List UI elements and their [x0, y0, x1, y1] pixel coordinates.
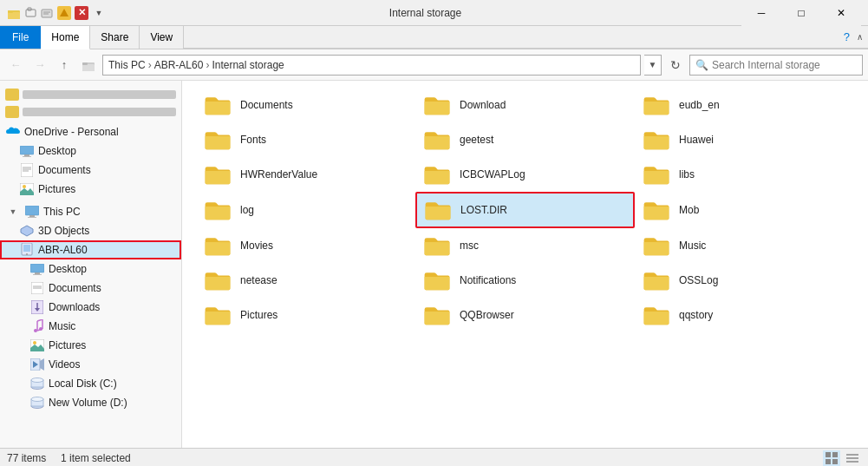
title-x-icon[interactable]: ✕	[75, 6, 88, 20]
view-large-icons-button[interactable]	[823, 450, 840, 466]
svg-rect-28	[30, 264, 44, 272]
pc-pictures-icon	[29, 338, 45, 352]
folder-item[interactable]: msc	[415, 228, 635, 263]
folder-name: Fonts	[240, 134, 266, 146]
thispc-icon	[24, 205, 40, 219]
sidebar-item-pc-videos[interactable]: Videos	[0, 355, 181, 374]
refresh-button[interactable]: ↻	[665, 55, 686, 75]
sidebar-item-od-desktop[interactable]: Desktop	[0, 141, 181, 161]
ribbon-collapse-icon[interactable]: ∧	[857, 32, 863, 42]
svg-rect-56	[826, 459, 831, 464]
folder-item[interactable]: eudb_en	[635, 88, 854, 122]
onedrive-label: OneDrive - Personal	[24, 126, 119, 138]
svg-rect-14	[23, 156, 31, 157]
folder-name: msc	[460, 240, 479, 252]
search-box[interactable]: 🔍	[689, 55, 863, 75]
folder-item[interactable]: QQBrowser	[415, 298, 635, 332]
disk-d-icon	[29, 396, 45, 410]
sidebar-item-od-documents[interactable]: Documents	[0, 161, 181, 180]
desktop-icon	[19, 144, 35, 158]
up-button[interactable]: ↑	[54, 55, 75, 75]
title-pin-icon[interactable]	[57, 6, 71, 20]
sidebar-item-abr-al60[interactable]: ABR-AL60	[0, 240, 181, 259]
folder-icon	[423, 303, 454, 327]
folder-icon	[643, 93, 674, 117]
folder-item[interactable]: Mob	[635, 192, 854, 228]
folder-item[interactable]: Download	[415, 88, 635, 122]
close-button[interactable]: ✕	[821, 0, 861, 26]
folder-name: libs	[679, 168, 695, 180]
folder-item[interactable]: netease	[196, 263, 415, 298]
maximize-button[interactable]: □	[781, 0, 821, 26]
folder-item[interactable]: Notifications	[415, 263, 635, 298]
onedrive-icon	[5, 125, 21, 139]
view-details-button[interactable]	[844, 450, 861, 466]
path-device[interactable]: ABR-AL60	[154, 59, 204, 71]
sidebar-item-pc-downloads[interactable]: Downloads	[0, 298, 181, 317]
svg-point-27	[26, 253, 28, 255]
tab-share[interactable]: Share	[90, 26, 140, 49]
folder-item[interactable]: log	[196, 192, 415, 228]
address-dropdown[interactable]: ▼	[644, 55, 662, 75]
pc-desktop-icon	[29, 262, 45, 276]
title-icon-2[interactable]	[40, 6, 54, 20]
pc-documents-icon	[29, 281, 45, 295]
folder-icon	[204, 303, 235, 327]
folder-item[interactable]: libs	[635, 157, 854, 192]
path-storage[interactable]: Internal storage	[212, 59, 284, 71]
tab-file[interactable]: File	[0, 26, 41, 49]
sidebar-item-pc-documents[interactable]: Documents	[0, 279, 181, 298]
minimize-button[interactable]: ─	[741, 0, 781, 26]
sidebar-item-pc-music[interactable]: Music	[0, 317, 181, 336]
svg-rect-29	[35, 272, 40, 274]
folder-item[interactable]: Pictures	[196, 298, 415, 332]
title-down-icon[interactable]: ▼	[92, 6, 106, 20]
search-input[interactable]	[712, 59, 857, 71]
address-path[interactable]: This PC › ABR-AL60 › Internal storage	[102, 55, 641, 75]
app-icon	[7, 6, 21, 20]
svg-rect-26	[23, 245, 30, 252]
folder-item[interactable]: OSSLog	[635, 263, 854, 298]
path-thispc[interactable]: This PC	[108, 59, 146, 71]
tab-home[interactable]: Home	[41, 26, 90, 49]
documents-icon	[19, 163, 35, 177]
folder-item[interactable]: geetest	[415, 122, 635, 157]
svg-marker-46	[40, 358, 44, 371]
thispc-label: This PC	[43, 206, 81, 218]
ribbon-help-icon[interactable]: ?	[844, 30, 850, 43]
folder-name: geetest	[460, 134, 493, 146]
folder-item[interactable]: HWRenderValue	[196, 157, 415, 192]
forward-button[interactable]: →	[29, 55, 50, 75]
svg-marker-24	[21, 226, 33, 236]
pc-documents-label: Documents	[49, 282, 101, 294]
sidebar-item-pc-pictures[interactable]: Pictures	[0, 336, 181, 355]
main-layout: OneDrive - Personal Desktop Documents Pi…	[0, 81, 868, 448]
back-button[interactable]: ←	[5, 55, 26, 75]
disk-c-label: Local Disk (C:)	[49, 377, 117, 390]
folder-item[interactable]: LOST.DIR	[415, 192, 635, 228]
sidebar-item-pc-desktop[interactable]: Desktop	[0, 259, 181, 279]
folder-item[interactable]: Movies	[196, 228, 415, 263]
folder-item[interactable]: Music	[635, 228, 854, 263]
sidebar-item-onedrive[interactable]: OneDrive - Personal	[0, 122, 181, 141]
folder-item[interactable]: Documents	[196, 88, 415, 122]
tab-view[interactable]: View	[140, 26, 184, 49]
folder-item[interactable]: Fonts	[196, 122, 415, 157]
sidebar-item-3dobjects[interactable]: 3D Objects	[0, 221, 181, 240]
folder-item[interactable]: Huawei	[635, 122, 854, 157]
folder-name: ICBCWAPLog	[460, 168, 525, 180]
folder-item[interactable]: ICBCWAPLog	[415, 157, 635, 192]
pc-desktop-label: Desktop	[49, 263, 87, 275]
sidebar-item-new-volume-d[interactable]: New Volume (D:)	[0, 393, 181, 412]
status-right	[823, 450, 861, 466]
title-bar: ✕ ▼ Internal storage ─ □ ✕	[0, 0, 868, 26]
folder-icon	[204, 233, 235, 258]
sidebar-item-local-disk-c[interactable]: Local Disk (C:)	[0, 374, 181, 393]
folder-item[interactable]: qqstory	[635, 298, 854, 332]
folder-name: Notifications	[460, 274, 516, 286]
svg-rect-57	[832, 459, 838, 464]
od-pictures-label: Pictures	[38, 183, 75, 195]
sidebar-item-thispc-header[interactable]: ▼ This PC	[0, 202, 181, 221]
sidebar-item-od-pictures[interactable]: Pictures	[0, 180, 181, 199]
title-icon-1	[24, 7, 36, 19]
